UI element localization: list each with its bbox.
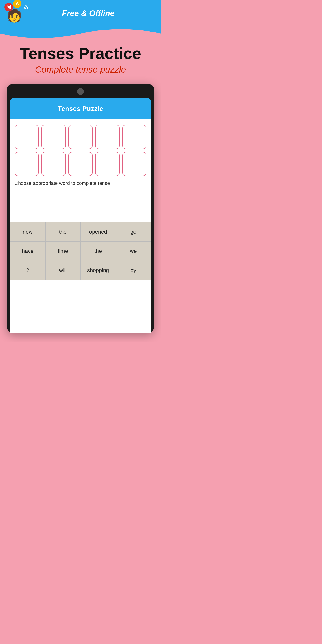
word-btn-question[interactable]: ?: [10, 261, 46, 280]
logo-bubble-english: A: [13, 0, 22, 8]
word-buttons-grid: new the opened go have time the we ? wil…: [10, 222, 151, 280]
header-tagline: Free & Offline: [22, 9, 154, 18]
logo-bubble-chinese: 阿: [4, 3, 13, 12]
app-logo: 阿 A あ 🧑: [7, 4, 22, 23]
letter-box-1[interactable]: [14, 125, 39, 149]
word-btn-the1[interactable]: the: [46, 222, 81, 242]
word-btn-new[interactable]: new: [10, 222, 46, 242]
logo-bubble-japanese: あ: [22, 3, 30, 12]
word-btn-have[interactable]: have: [10, 242, 46, 261]
letter-box-10[interactable]: [122, 152, 146, 176]
word-btn-we[interactable]: we: [116, 242, 151, 261]
app-header: 阿 A あ 🧑 Free & Offline: [0, 0, 161, 27]
wave-divider: [0, 27, 161, 40]
letter-box-4[interactable]: [95, 125, 120, 149]
word-btn-will[interactable]: will: [46, 261, 81, 280]
letter-box-8[interactable]: [68, 152, 92, 176]
instruction-text: Choose appropriate word to complete tens…: [14, 180, 146, 186]
letter-box-9[interactable]: [95, 152, 120, 176]
letter-box-7[interactable]: [41, 152, 66, 176]
letter-grid: [14, 125, 146, 176]
word-btn-time[interactable]: time: [46, 242, 81, 261]
letter-box-2[interactable]: [41, 125, 66, 149]
word-btn-shopping[interactable]: shopping: [80, 261, 116, 280]
content-spacer: [14, 191, 146, 218]
phone-camera: [77, 88, 84, 95]
screen-title: Tenses Puzzle: [14, 105, 146, 112]
main-content: Tenses Practice Complete tense puzzle Te…: [0, 40, 161, 342]
word-btn-by[interactable]: by: [116, 261, 151, 280]
app-header-bar: Tenses Puzzle: [10, 98, 151, 119]
letter-box-6[interactable]: [14, 152, 39, 176]
puzzle-area: Choose appropriate word to complete tens…: [10, 119, 151, 222]
letter-box-5[interactable]: [122, 125, 146, 149]
phone-mockup: Tenses Puzzle Choose appropriate: [7, 84, 154, 333]
word-btn-opened[interactable]: opened: [80, 222, 116, 242]
word-btn-go[interactable]: go: [116, 222, 151, 242]
letter-box-3[interactable]: [68, 125, 92, 149]
app-subtitle: Complete tense puzzle: [7, 64, 154, 75]
phone-screen: Tenses Puzzle Choose appropriate: [10, 98, 151, 333]
word-btn-the2[interactable]: the: [80, 242, 116, 261]
app-title: Tenses Practice: [7, 45, 154, 62]
